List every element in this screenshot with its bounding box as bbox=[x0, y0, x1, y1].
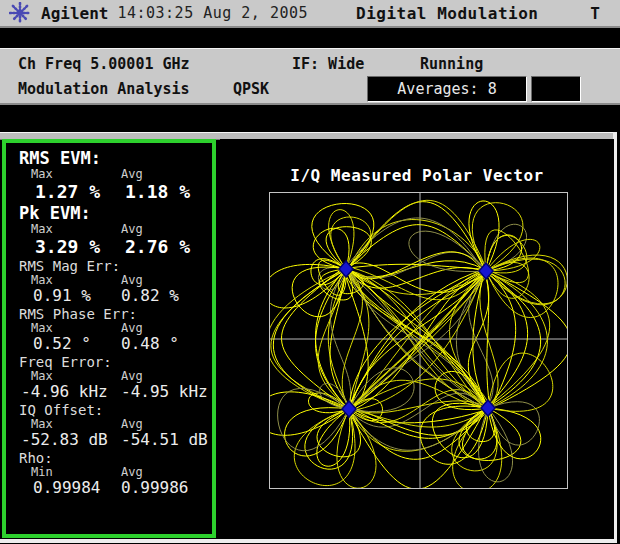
col2-header: Avg bbox=[121, 321, 143, 335]
brand-label: Agilent bbox=[41, 4, 108, 23]
metric-avg-value: 0.99986 bbox=[121, 478, 188, 497]
averages-label: Averages: 8 bbox=[397, 80, 496, 98]
measurement-name: Modulation Analysis bbox=[18, 80, 190, 98]
metric-label: Pk EVM: bbox=[19, 203, 212, 223]
status-bar: Ch Freq 5.00001 GHz IF: Wide Running Mod… bbox=[0, 48, 620, 105]
col1-header: Max bbox=[31, 223, 121, 236]
metric-max-value: 1.27 % bbox=[35, 181, 125, 202]
metric-label: RMS EVM: bbox=[19, 148, 212, 168]
if-mode: IF: Wide bbox=[292, 55, 364, 73]
col2-header: Avg bbox=[121, 273, 143, 287]
metric-label: Freq Error: bbox=[19, 354, 212, 370]
metric-label: Rho: bbox=[19, 450, 212, 466]
agilent-logo-icon bbox=[9, 2, 31, 24]
mode-title: Digital Modulation bbox=[356, 4, 538, 23]
run-state: Running bbox=[420, 55, 483, 73]
col2-header: Avg bbox=[121, 222, 143, 236]
polar-display: I/Q Measured Polar Vector bbox=[220, 139, 614, 539]
col2-header: Avg bbox=[121, 465, 143, 479]
metric-label: RMS Mag Err: bbox=[19, 258, 212, 274]
metrics-panel: RMS EVM: MaxAvg 1.27 %1.18 % Pk EVM: Max… bbox=[2, 139, 216, 538]
metric-label: IQ Offset: bbox=[19, 402, 212, 418]
metric-max-value: 0.91 % bbox=[33, 287, 121, 305]
col2-header: Avg bbox=[121, 167, 143, 181]
datetime-label: 14:03:25 Aug 2, 2005 bbox=[117, 4, 308, 22]
metric-max-value: 3.29 % bbox=[35, 236, 125, 257]
aux-readout-box bbox=[531, 76, 581, 102]
metric-avg-value: 1.18 % bbox=[125, 181, 190, 202]
col1-header: Max bbox=[31, 168, 121, 181]
metric-avg-value: 0.82 % bbox=[121, 286, 179, 305]
metric-label: RMS Phase Err: bbox=[19, 306, 212, 322]
metric-max-value: 0.52 ° bbox=[33, 335, 121, 353]
metric-avg-value: -4.95 kHz bbox=[121, 382, 208, 401]
metric-row-iq-offset: IQ Offset: MaxAvg -52.83 dB-54.51 dB bbox=[19, 402, 212, 449]
trigger-indicator: T bbox=[590, 4, 600, 23]
modulation-format: QPSK bbox=[233, 80, 269, 98]
polar-title: I/Q Measured Polar Vector bbox=[220, 166, 614, 185]
channel-frequency: Ch Freq 5.00001 GHz bbox=[18, 55, 190, 73]
metric-avg-value: 2.76 % bbox=[125, 236, 190, 257]
metric-row-rms-phase-err: RMS Phase Err: MaxAvg 0.52 °0.48 ° bbox=[19, 306, 212, 353]
metric-max-value: -52.83 dB bbox=[21, 431, 121, 449]
averages-readout: Averages: 8 bbox=[367, 76, 527, 102]
col2-header: Avg bbox=[121, 369, 143, 383]
title-bar: Agilent 14:03:25 Aug 2, 2005 Digital Mod… bbox=[0, 0, 620, 28]
metric-row-rho: Rho: MinAvg 0.999840.99986 bbox=[19, 450, 212, 497]
metric-row-rms-evm: RMS EVM: MaxAvg 1.27 %1.18 % bbox=[19, 148, 212, 202]
polar-plot-svg bbox=[270, 193, 567, 488]
screen-edge-bottom bbox=[0, 539, 617, 543]
metric-row-rms-mag-err: RMS Mag Err: MaxAvg 0.91 %0.82 % bbox=[19, 258, 212, 305]
col2-header: Avg bbox=[121, 417, 143, 431]
metric-row-freq-error: Freq Error: MaxAvg -4.96 kHz-4.95 kHz bbox=[19, 354, 212, 401]
metric-max-value: -4.96 kHz bbox=[21, 383, 121, 401]
polar-graticule bbox=[269, 192, 568, 489]
metric-avg-value: 0.48 ° bbox=[121, 334, 179, 353]
metric-row-pk-evm: Pk EVM: MaxAvg 3.29 %2.76 % bbox=[19, 203, 212, 257]
metric-avg-value: -54.51 dB bbox=[121, 430, 208, 449]
metric-min-value: 0.99984 bbox=[33, 479, 121, 497]
